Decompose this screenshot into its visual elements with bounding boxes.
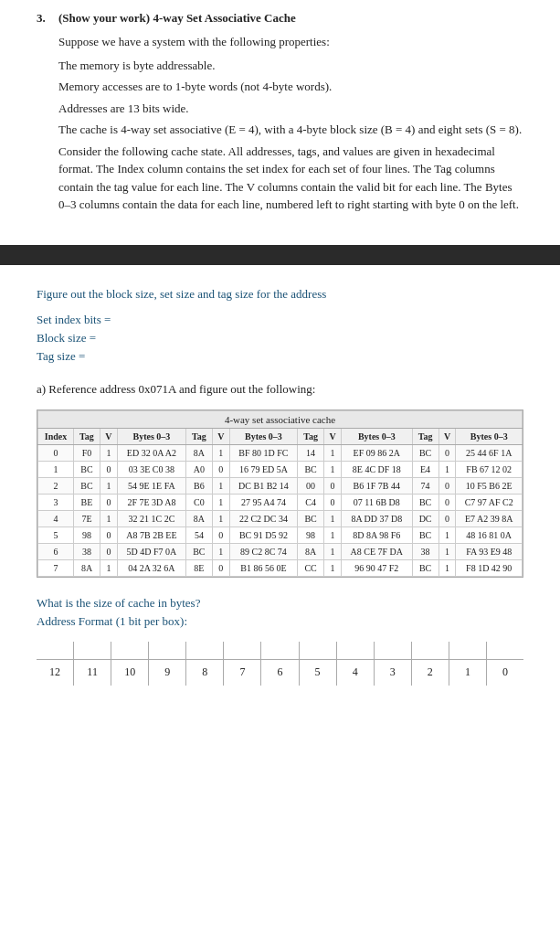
col-header-bytes3: Bytes 0–3 bbox=[342, 428, 413, 444]
cell-1-6: 16 79 ED 5A bbox=[229, 461, 297, 477]
top-section: 3. (Show your work) 4-way Set Associativ… bbox=[0, 0, 560, 234]
col-header-v4: V bbox=[438, 428, 456, 444]
cell-0-1: F0 bbox=[74, 444, 100, 461]
cell-4-1: 7E bbox=[74, 510, 100, 526]
table-row: 3BE02F 7E 3D A8C0127 95 A4 74C4007 11 6B… bbox=[38, 494, 523, 510]
instruction-text: Figure out the block size, set size and … bbox=[37, 287, 523, 302]
col-header-v1: V bbox=[100, 428, 117, 444]
addr-top-cell-0 bbox=[37, 642, 74, 659]
addr-top-cell-12 bbox=[487, 642, 523, 659]
cell-1-5: 0 bbox=[212, 461, 229, 477]
addr-top-row bbox=[37, 642, 523, 660]
col-header-tag4: Tag bbox=[412, 428, 438, 444]
cell-1-1: BC bbox=[74, 461, 100, 477]
cell-5-5: 0 bbox=[212, 526, 229, 543]
table-row: 0F01ED 32 0A A28A1BF 80 1D FC141EF 09 86… bbox=[38, 444, 523, 461]
cell-4-3: 32 21 1C 2C bbox=[117, 510, 185, 526]
cell-2-9: B6 1F 7B 44 bbox=[342, 477, 413, 494]
cell-5-11: 1 bbox=[438, 526, 456, 543]
cell-2-12: 10 F5 B6 2E bbox=[456, 477, 523, 494]
cell-4-8: 1 bbox=[324, 510, 342, 526]
cell-4-12: E7 A2 39 8A bbox=[456, 510, 523, 526]
cell-1-11: 1 bbox=[438, 461, 456, 477]
cell-6-1: 38 bbox=[74, 543, 100, 559]
cell-7-11: 1 bbox=[438, 559, 456, 576]
table-row: 5980A8 7B 2B EE540BC 91 D5 929818D 8A 98… bbox=[38, 526, 523, 543]
problem-number: 3. bbox=[37, 11, 55, 26]
cache-table: 4-way set associative cache Index Tag V … bbox=[37, 410, 523, 577]
cell-0-10: BC bbox=[412, 444, 438, 461]
addr-bit-6: 6 bbox=[261, 660, 299, 686]
page: 3. (Show your work) 4-way Set Associativ… bbox=[0, 0, 560, 700]
addr-bit-4: 4 bbox=[337, 660, 375, 686]
addr-top-cell-7 bbox=[300, 642, 337, 659]
cell-7-5: 0 bbox=[212, 559, 229, 576]
addr-bit-1: 1 bbox=[449, 660, 487, 686]
cell-5-2: 0 bbox=[100, 526, 117, 543]
block-size-label: Block size = bbox=[37, 331, 523, 346]
cell-5-3: A8 7B 2B EE bbox=[117, 526, 185, 543]
problem-title: (Show your work) 4-way Set Associative C… bbox=[58, 11, 296, 26]
addr-top-cell-1 bbox=[74, 642, 111, 659]
dark-divider bbox=[0, 245, 560, 265]
addr-top-cell-8 bbox=[337, 642, 375, 659]
table-row: 1BC003 3E C0 38A0016 79 ED 5ABC18E 4C DF… bbox=[38, 461, 523, 477]
cell-1-4: A0 bbox=[185, 461, 212, 477]
cell-6-2: 0 bbox=[100, 543, 117, 559]
problem-body: Suppose we have a system with the follow… bbox=[58, 33, 523, 214]
cell-7-6: B1 86 56 0E bbox=[229, 559, 297, 576]
cell-6-4: BC bbox=[185, 543, 212, 559]
col-header-index: Index bbox=[38, 428, 74, 444]
cell-1-10: E4 bbox=[412, 461, 438, 477]
addr-bit-2: 2 bbox=[412, 660, 449, 686]
cell-7-1: 8A bbox=[74, 559, 100, 576]
cell-2-1: BC bbox=[74, 477, 100, 494]
cell-4-5: 1 bbox=[212, 510, 229, 526]
property-2: Memory accesses are to 1-byte words (not… bbox=[58, 78, 523, 96]
cell-1-3: 03 3E C0 38 bbox=[117, 461, 185, 477]
cell-2-3: 54 9E 1E FA bbox=[117, 477, 185, 494]
fields-section: Set index bits = Block size = Tag size = bbox=[37, 313, 523, 364]
cell-3-8: 0 bbox=[324, 494, 342, 510]
cell-4-11: 0 bbox=[438, 510, 456, 526]
cell-5-4: 54 bbox=[185, 526, 212, 543]
address-format-container: 1211109876543210 bbox=[37, 642, 523, 686]
addr-bit-5: 5 bbox=[300, 660, 337, 686]
cell-3-11: 0 bbox=[438, 494, 456, 510]
cell-2-2: 1 bbox=[100, 477, 117, 494]
cell-7-9: 96 90 47 F2 bbox=[342, 559, 413, 576]
cell-7-2: 1 bbox=[100, 559, 117, 576]
cell-4-9: 8A DD 37 D8 bbox=[342, 510, 413, 526]
cell-3-5: 1 bbox=[212, 494, 229, 510]
addr-bit-7: 7 bbox=[224, 660, 261, 686]
problem-number-row: 3. (Show your work) 4-way Set Associativ… bbox=[37, 11, 523, 26]
cell-1-9: 8E 4C DF 18 bbox=[342, 461, 413, 477]
cell-6-0: 6 bbox=[38, 543, 74, 559]
addr-top-cell-11 bbox=[449, 642, 487, 659]
cell-0-0: 0 bbox=[38, 444, 74, 461]
col-header-bytes4: Bytes 0–3 bbox=[456, 428, 523, 444]
cell-5-9: 8D 8A 98 F6 bbox=[342, 526, 413, 543]
cell-6-8: 1 bbox=[324, 543, 342, 559]
table-row: 47E132 21 1C 2C8A122 C2 DC 34BC18A DD 37… bbox=[38, 510, 523, 526]
addr-top-cell-3 bbox=[149, 642, 186, 659]
cell-5-8: 1 bbox=[324, 526, 342, 543]
cell-6-3: 5D 4D F7 0A bbox=[117, 543, 185, 559]
cell-6-7: 8A bbox=[298, 543, 324, 559]
cell-1-12: FB 67 12 02 bbox=[456, 461, 523, 477]
cell-6-5: 1 bbox=[212, 543, 229, 559]
col-header-v2: V bbox=[212, 428, 229, 444]
cell-0-5: 1 bbox=[212, 444, 229, 461]
cell-7-7: CC bbox=[298, 559, 324, 576]
table-row: 63805D 4D F7 0ABC189 C2 8C 748A1A8 CE 7F… bbox=[38, 543, 523, 559]
cell-1-0: 1 bbox=[38, 461, 74, 477]
cell-3-0: 3 bbox=[38, 494, 74, 510]
addr-bit-11: 11 bbox=[74, 660, 111, 686]
addr-bit-9: 9 bbox=[149, 660, 186, 686]
cell-0-7: 14 bbox=[298, 444, 324, 461]
addr-top-cell-9 bbox=[375, 642, 412, 659]
cell-2-4: B6 bbox=[185, 477, 212, 494]
col-header-tag2: Tag bbox=[185, 428, 212, 444]
cell-2-10: 74 bbox=[412, 477, 438, 494]
addr-top-cell-6 bbox=[261, 642, 299, 659]
